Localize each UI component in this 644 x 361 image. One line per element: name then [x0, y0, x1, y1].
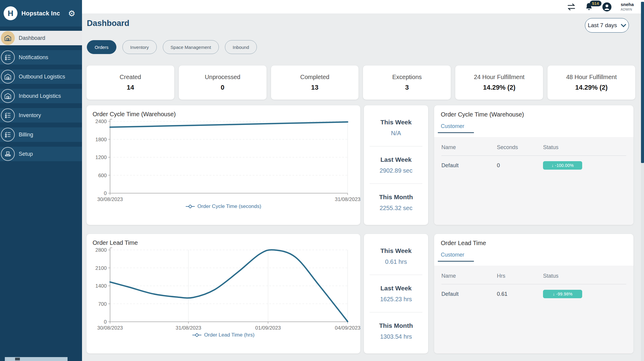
- lead-time-summary-panel: This Week 0.61 hrs Last Week 1625.23 hrs…: [364, 234, 428, 353]
- summary-label: This Month: [379, 322, 413, 329]
- column-header-seconds: Seconds: [497, 144, 543, 151]
- sidebar-item-setup[interactable]: Setup: [0, 147, 82, 161]
- user-name: sneha: [621, 2, 634, 8]
- order-lead-time-chart-card: Order Lead Time 070014002100280030/08/20…: [87, 234, 360, 353]
- summary-this-week: This Week N/A: [364, 109, 428, 146]
- summary-value: 2902.89 sec: [380, 167, 412, 174]
- column-header-name: Name: [441, 273, 497, 279]
- warehouse-icon: [1, 31, 15, 45]
- legend-label: Order Lead Time (hrs): [204, 332, 254, 338]
- stat-value: 14: [127, 84, 134, 91]
- legend-line-marker-icon: [186, 205, 195, 208]
- sidebar-nav: Dashboard Notifications Outbound Lo: [0, 27, 82, 361]
- svg-text:0: 0: [104, 190, 107, 196]
- filter-tab-orders[interactable]: Orders: [87, 40, 116, 54]
- sidebar-item-label: Inbound Logistics: [19, 93, 61, 99]
- stat-value: 3: [405, 84, 409, 91]
- filter-tab-inventory[interactable]: Inventory: [122, 40, 157, 54]
- hopstack-logo: H: [4, 6, 17, 20]
- sidebar-item-inventory[interactable]: Inventory: [0, 108, 82, 123]
- chevron-down-icon: [621, 24, 626, 27]
- svg-text:0: 0: [104, 319, 107, 325]
- tab-customer[interactable]: Customer: [441, 123, 464, 129]
- summary-this-month: This Month 2255.32 sec: [364, 184, 428, 221]
- column-header-status: Status: [543, 144, 626, 151]
- settings-gear-icon[interactable]: ⚙: [68, 9, 75, 18]
- table-section: Name Hrs Status Default 0.61 ↓ -99.98%: [434, 266, 633, 353]
- summary-value: 0.61 hrs: [385, 258, 407, 265]
- stat-card-exceptions: Exceptions 3: [363, 65, 451, 100]
- checklist-icon: [1, 108, 15, 122]
- sidebar-item-billing[interactable]: Billing: [0, 127, 82, 142]
- legend-line-marker-icon: [192, 333, 201, 337]
- status-badge: ↓ -99.98%: [543, 290, 582, 298]
- summary-this-week: This Week 0.61 hrs: [364, 238, 428, 275]
- page-title: Dashboard: [87, 19, 129, 28]
- order-lead-time-table-card: Order Lead Time Customer Name Hrs Status…: [434, 234, 633, 353]
- stat-card-created: Created 14: [87, 65, 174, 100]
- svg-text:1800: 1800: [95, 137, 107, 142]
- scrollbar-thumb[interactable]: [641, 2, 644, 163]
- row-name: Default: [441, 162, 497, 169]
- tab-customer[interactable]: Customer: [441, 252, 464, 258]
- svg-text:30/08/2023: 30/08/2023: [97, 196, 123, 202]
- summary-label: This Week: [380, 247, 412, 254]
- date-range-dropdown[interactable]: Last 7 days: [585, 18, 629, 33]
- sidebar-item-notifications[interactable]: Notifications: [0, 50, 82, 65]
- stat-label: 48 Hour Fulfillment: [566, 74, 617, 81]
- stat-label: Created: [120, 74, 141, 81]
- svg-text:2400: 2400: [95, 119, 107, 124]
- tab-underline: [438, 261, 474, 262]
- notification-count-badge: 514: [590, 1, 601, 6]
- column-header-status: Status: [543, 273, 626, 279]
- chart-title: Order Lead Time: [93, 239, 354, 246]
- notifications-bell[interactable]: 514: [585, 2, 593, 11]
- warehouse-icon: [1, 89, 15, 103]
- stat-card-24h-fulfillment: 24 Hour Fulfillment 14.29% (2): [455, 65, 543, 100]
- order-cycle-time-chart: 060012001800240030/08/202331/08/2023: [93, 118, 354, 203]
- date-range-value: Last 7 days: [588, 22, 617, 29]
- legend-label: Order Cycle Time (seconds): [197, 203, 261, 209]
- summary-value: N/A: [391, 130, 401, 137]
- stat-value: 0: [221, 84, 224, 91]
- sidebar-item-dashboard[interactable]: Dashboard: [0, 31, 82, 45]
- user-role: ADMIN: [621, 8, 634, 12]
- user-info[interactable]: sneha ADMIN: [621, 2, 634, 12]
- sidebar-item-label: Dashboard: [19, 35, 45, 41]
- summary-label: This Month: [379, 193, 413, 201]
- svg-text:01/09/2023: 01/09/2023: [255, 325, 281, 331]
- summary-this-month: This Month 1303.54 hrs: [364, 312, 428, 350]
- sidebar-item-label: Notifications: [19, 54, 48, 61]
- chart-title: Order Cycle Time (Warehouse): [93, 111, 354, 118]
- chart-legend: Order Lead Time (hrs): [93, 332, 354, 338]
- filter-tab-space-management[interactable]: Space Management: [163, 40, 219, 54]
- summary-label: Last Week: [380, 156, 412, 163]
- sidebar-item-outbound-logistics[interactable]: Outbound Logistics: [0, 69, 82, 84]
- order-cycle-time-chart-card: Order Cycle Time (Warehouse) 06001200180…: [87, 105, 360, 225]
- conveyor-icon: [1, 147, 15, 161]
- stat-card-48h-fulfillment: 48 Hour Fulfillment 14.29% (2): [548, 65, 635, 100]
- sidebar-item-label: Inventory: [19, 112, 41, 119]
- svg-text:30/08/2023: 30/08/2023: [97, 325, 123, 331]
- column-header-hrs: Hrs: [497, 273, 543, 279]
- checklist-icon: [1, 128, 15, 142]
- sidebar-item-label: Billing: [19, 132, 33, 138]
- avatar-icon[interactable]: [602, 2, 612, 12]
- sidebar: H Hopstack Inc ⚙ Dashboard: [0, 0, 82, 361]
- summary-last-week: Last Week 1625.23 hrs: [364, 275, 428, 312]
- column-header-name: Name: [441, 144, 497, 151]
- svg-text:31/08/2023: 31/08/2023: [175, 325, 201, 331]
- filter-tab-inbound[interactable]: Inbound: [225, 40, 257, 54]
- svg-text:31/08/2023: 31/08/2023: [335, 196, 360, 202]
- brand-name: Hopstack Inc: [21, 10, 68, 17]
- transfer-arrows-icon[interactable]: [567, 3, 576, 11]
- summary-value: 2255.32 sec: [380, 205, 412, 212]
- tab-underline: [438, 132, 474, 133]
- summary-label: This Week: [380, 119, 412, 126]
- summary-value: 1625.23 hrs: [380, 296, 412, 303]
- stat-value: 14.29% (2): [483, 84, 516, 91]
- stat-label: 24 Hour Fulfillment: [474, 74, 525, 81]
- sidebar-item-inbound-logistics[interactable]: Inbound Logistics: [0, 89, 82, 103]
- cycle-time-summary-panel: This Week N/A Last Week 2902.89 sec This…: [364, 105, 428, 225]
- svg-text:04/09/2023: 04/09/2023: [335, 325, 360, 331]
